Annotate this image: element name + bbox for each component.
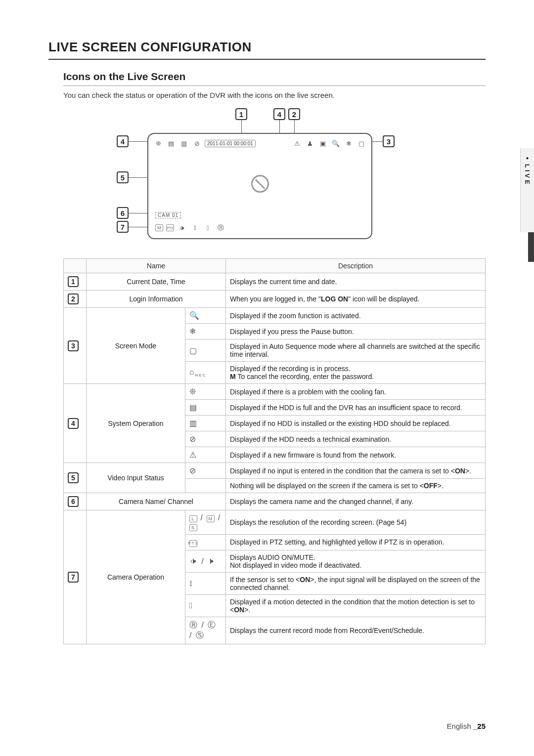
row-description: Displays the resolution of the recording…: [226, 510, 486, 535]
pause-icon: ❄: [185, 324, 226, 339]
row-name: Video Input Status: [87, 463, 185, 493]
dvr-screen: ❊ ▤ ▥ ⊘ 2011-01-01 00:00:01 ⚠ ♟ ▣ 🔍 ❄ ▢ …: [147, 133, 372, 239]
audio-icon: 🕩: [177, 223, 187, 233]
footer-page: _25: [473, 722, 486, 730]
no-input-icon: ⊘: [185, 463, 226, 479]
row-description: Nothing will be displayed on the screen …: [226, 479, 486, 493]
side-tab: LIVE: [520, 148, 534, 232]
row-number: 7: [64, 510, 87, 644]
col-num: [64, 259, 87, 273]
callout-1: 1: [235, 108, 247, 120]
row-description: Displayed if the zoom function is activa…: [226, 308, 486, 324]
row-description: Displays the camera name and the changed…: [226, 493, 486, 510]
row-name: Current Date, Time: [87, 273, 226, 291]
callout-4-top: 4: [273, 108, 285, 120]
rec-icon: ▣: [318, 138, 328, 148]
no-hdd-icon: ▥: [179, 138, 189, 148]
row-number: 1: [64, 273, 87, 291]
row-description: Displayed if no input is entered in the …: [226, 463, 486, 479]
L-M-S-icon: L / M / S: [185, 510, 226, 535]
autoseq-icon: ▢: [356, 138, 366, 148]
row-description: Displayed if the recording is in process…: [226, 362, 486, 384]
row-number: 2: [64, 291, 87, 308]
row-number: 5: [64, 463, 87, 493]
rec-icon: ⌂REC: [185, 362, 226, 384]
motion-icon: 𖠋: [203, 223, 213, 233]
table-row: 7Camera OperationL / M / SDisplays the r…: [64, 510, 486, 535]
callout-4-left: 4: [117, 135, 129, 147]
camera-name-label: CAM 01: [155, 212, 181, 218]
zoom-icon: 🔍: [331, 138, 341, 148]
table-row: 3Screen Mode🔍Displayed if the zoom funct…: [64, 308, 486, 324]
row-number: 6: [64, 493, 87, 510]
ptz-icon: PTZ: [166, 224, 174, 231]
rec-mode-icon: Ⓡ: [216, 223, 225, 233]
zoom-icon: 🔍: [185, 308, 226, 324]
R-E-S-icon: Ⓡ / Ⓔ / Ⓢ: [185, 617, 226, 644]
hdd-full-icon: ▤: [166, 138, 176, 148]
no-hdd-icon: ▥: [185, 416, 226, 431]
hdd-exam-icon: ⊘: [192, 138, 202, 148]
callout-5: 5: [117, 171, 129, 183]
fw-icon: ⚠: [185, 447, 226, 463]
callout-6: 6: [117, 207, 129, 219]
row-name: System Operation: [87, 384, 185, 463]
intro-text: You can check the status or operation of…: [63, 91, 486, 99]
row-description: Displays the current record mode from Re…: [226, 617, 486, 644]
table-row: 1Current Date, TimeDisplays the current …: [64, 273, 486, 291]
row-number: 3: [64, 308, 87, 384]
blank-icon: [185, 479, 226, 493]
pause-icon: ❄: [344, 138, 354, 148]
table-row: 5Video Input Status⊘Displayed if no inpu…: [64, 463, 486, 479]
page-footer: English _25: [447, 722, 486, 730]
row-description: Displayed if a motion detected in the co…: [226, 594, 486, 617]
row-name: Camera Operation: [87, 510, 185, 644]
row-name: Camera Name/ Channel: [87, 493, 226, 510]
table-row: 2Login InformationWhen you are logged in…: [64, 291, 486, 308]
callout-3: 3: [383, 135, 395, 147]
section-title: Icons on the Live Screen: [63, 71, 486, 86]
res-m-icon: M: [155, 224, 163, 231]
row-description: Displayed in PTZ setting, and highlighte…: [226, 535, 486, 550]
row-number: 4: [64, 384, 87, 463]
date-time-display: 2011-01-01 00:00:01: [205, 140, 256, 147]
warning-icon: ⚠: [292, 138, 302, 148]
row-name: Screen Mode: [87, 308, 185, 384]
motion-icon: 𖠋: [185, 594, 226, 617]
login-icon: ♟: [305, 138, 315, 148]
no-signal-icon: [251, 175, 269, 193]
autoseq-icon: ▢: [185, 339, 226, 362]
callout-7: 7: [117, 221, 129, 233]
sensor-icon: ⟟: [190, 223, 200, 233]
fan-icon: ❊: [185, 384, 226, 400]
live-screen-diagram: 1 4 2 4 5 6 7 3 ❊ ▤ ▥ ⊘ 2011-01-01 00:00…: [63, 108, 486, 247]
row-name: Login Information: [87, 291, 226, 308]
table-row: 6Camera Name/ ChannelDisplays the camera…: [64, 493, 486, 510]
side-tab-marker: [528, 232, 534, 262]
row-description: Displayed if there is a problem with the…: [226, 384, 486, 400]
row-description: Displayed if you press the Pause button.: [226, 324, 486, 339]
page-title: LIVE SCREEN CONFIGURATION: [48, 40, 486, 60]
ptz-icon: PTZ: [185, 535, 226, 550]
footer-lang: English: [447, 722, 471, 730]
screen-toolbar: ❊ ▤ ▥ ⊘ 2011-01-01 00:00:01 ⚠ ♟ ▣ 🔍 ❄ ▢: [153, 137, 366, 150]
callout-2: 2: [288, 108, 300, 120]
row-description: Displayed if a new firmware is found fro…: [226, 447, 486, 463]
hdd-exam-icon: ⊘: [185, 431, 226, 447]
row-description: Displayed if no HDD is installed or the …: [226, 416, 486, 431]
row-description: Displayed in Auto Sequence mode where al…: [226, 339, 486, 362]
row-description: Displayed if the HDD is full and the DVR…: [226, 400, 486, 416]
row-description: Displays AUDIO ON/MUTE.Not displayed in …: [226, 550, 486, 572]
sensor-icon: ⟟: [185, 572, 226, 594]
row-description: Displays the current time and date.: [226, 273, 486, 291]
side-tab-label: LIVE: [524, 148, 531, 186]
row-description: Displayed if the HDD needs a technical e…: [226, 431, 486, 447]
fan-icon: ❊: [153, 138, 163, 148]
audio-icon: 🕩 / 🕨: [185, 550, 226, 572]
row-description: When you are logged in, the "LOG ON" ico…: [226, 291, 486, 308]
camera-ops-row: M PTZ 🕩 ⟟ 𖠋 Ⓡ: [155, 223, 225, 233]
icon-legend-table: Name Description 1Current Date, TimeDisp…: [63, 258, 486, 644]
table-row: 4System Operation❊Displayed if there is …: [64, 384, 486, 400]
hdd-full-icon: ▤: [185, 400, 226, 416]
col-desc: Description: [226, 259, 486, 273]
